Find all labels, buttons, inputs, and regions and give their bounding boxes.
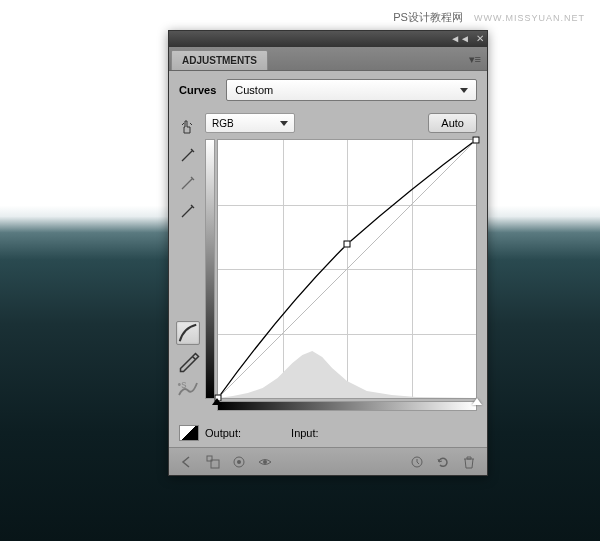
previous-state-icon[interactable] [409, 454, 425, 470]
targeted-adjust-tool[interactable] [176, 115, 200, 139]
watermark-cn: PS设计教程网 [393, 11, 463, 23]
close-icon[interactable]: ✕ [476, 34, 484, 44]
channel-value: RGB [212, 118, 234, 129]
white-point-eyedropper[interactable] [176, 199, 200, 223]
channel-select[interactable]: RGB [205, 113, 295, 133]
black-slider[interactable] [212, 398, 222, 405]
graph-wrap [205, 139, 477, 399]
curve-point-highlight[interactable] [473, 137, 480, 144]
output-gradient [205, 139, 215, 399]
curves-label: Curves [179, 84, 216, 96]
black-point-eyedropper[interactable] [176, 143, 200, 167]
input-label: Input: [291, 427, 319, 439]
clip-preview-icon[interactable] [179, 425, 199, 441]
panel-titlebar[interactable]: ◄◄ ✕ [169, 31, 487, 47]
collapse-icon[interactable]: ◄◄ [450, 34, 470, 44]
svg-text:•s: •s [178, 378, 187, 390]
curve-point-tool[interactable] [176, 321, 200, 345]
visibility-icon[interactable] [257, 454, 273, 470]
auto-button[interactable]: Auto [428, 113, 477, 133]
svg-point-6 [263, 460, 267, 464]
main-area: •s RGB Auto [169, 109, 487, 419]
chevron-down-icon [280, 121, 288, 126]
smooth-tool: •s [176, 377, 200, 401]
tab-bar: ADJUSTMENTS ▾≡ [169, 47, 487, 71]
delete-icon[interactable] [461, 454, 477, 470]
reset-icon[interactable] [435, 454, 451, 470]
preset-row: Curves Custom [169, 71, 487, 109]
panel-menu-icon[interactable]: ▾≡ [463, 49, 487, 70]
adjustments-panel: ◄◄ ✕ ADJUSTMENTS ▾≡ Curves Custom [168, 30, 488, 476]
expand-view-icon[interactable] [205, 454, 221, 470]
output-label: Output: [205, 427, 241, 439]
input-gradient-row [205, 401, 477, 411]
curve-point-mid[interactable] [344, 241, 351, 248]
white-slider[interactable] [472, 398, 482, 405]
io-row: Output: Input: [169, 419, 487, 447]
input-gradient [217, 401, 477, 411]
svg-point-5 [237, 460, 241, 464]
watermark-url: WWW.MISSYUAN.NET [474, 13, 585, 23]
chevron-down-icon [460, 88, 468, 93]
preset-select[interactable]: Custom [226, 79, 477, 101]
preset-value: Custom [235, 84, 273, 96]
tab-adjustments[interactable]: ADJUSTMENTS [171, 50, 268, 70]
bottom-bar [169, 447, 487, 475]
gray-point-eyedropper[interactable] [176, 171, 200, 195]
clip-layer-icon[interactable] [231, 454, 247, 470]
pencil-tool[interactable] [176, 349, 200, 373]
tool-column: •s [175, 113, 201, 411]
channel-row: RGB Auto [205, 113, 477, 133]
back-icon[interactable] [179, 454, 195, 470]
curve-line[interactable] [218, 140, 476, 398]
curves-graph[interactable] [217, 139, 477, 399]
watermark: PS设计教程网 WWW.MISSYUAN.NET [393, 10, 585, 25]
graph-column: RGB Auto [205, 113, 477, 411]
